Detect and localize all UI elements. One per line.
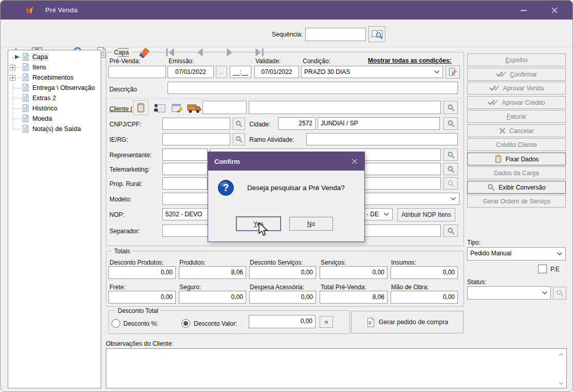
- mostrar-condicoes-link[interactable]: Mostrar todas as condições:: [368, 57, 452, 64]
- confirmar-button[interactable]: Confirmar: [467, 68, 566, 81]
- aprovar-venda-label: Aprovar Venda: [503, 85, 544, 92]
- tree-expander[interactable]: +: [10, 75, 15, 81]
- atribuir-nop-itens-button[interactable]: Atribuir NOP Itens: [397, 208, 455, 221]
- tree-item-label: Capa: [32, 53, 48, 61]
- descricao-input[interactable]: [168, 82, 458, 94]
- separador-search-button[interactable]: [443, 225, 458, 237]
- dialog-title-bar: Confirm: [208, 152, 364, 171]
- representante-search-button[interactable]: [443, 148, 458, 161]
- gerar-ordem-servico-label: Gerar Ordem de Serviço: [483, 198, 550, 205]
- servicos-input[interactable]: 0,00: [320, 266, 387, 279]
- properties-icon[interactable]: [171, 103, 184, 114]
- pre-venda-input[interactable]: [108, 66, 166, 78]
- representante-code-input[interactable]: [162, 148, 208, 161]
- emissao-time-input[interactable]: __:__: [230, 66, 251, 78]
- espelho-button[interactable]: Espelho: [467, 53, 566, 66]
- minimize-button[interactable]: [512, 1, 535, 20]
- cliente-label[interactable]: Cliente (: [109, 105, 133, 113]
- emissao-input[interactable]: 07/01/2022: [168, 66, 214, 78]
- cliente-name-input[interactable]: [249, 101, 441, 114]
- desconto-percent-radio[interactable]: [112, 319, 120, 328]
- ie-rg-input[interactable]: [162, 133, 230, 145]
- emissao-more-button[interactable]: ...: [216, 66, 227, 78]
- status-select[interactable]: [467, 286, 551, 300]
- desconto-percent-label: Desconto %:: [123, 320, 158, 327]
- tree-item-recebimentos[interactable]: + Recebimentos: [8, 73, 101, 82]
- edit-condicoes-button[interactable]: [446, 65, 460, 79]
- tree-item-itens[interactable]: + Itens: [8, 63, 101, 72]
- exibir-conversao-button[interactable]: Exibir Conversão: [467, 181, 566, 194]
- dialog-close-icon[interactable]: [351, 158, 358, 165]
- desconto-produtos-input[interactable]: 0,00: [108, 266, 176, 279]
- dados-da-carga-button[interactable]: Dados da Carga: [467, 166, 566, 179]
- cnpj-cpf-label: CNPJ/CPF:: [109, 121, 141, 128]
- tree-item-label: Itens: [32, 64, 46, 71]
- scroll-down-icon[interactable]: [558, 381, 564, 386]
- desconto-valor-input[interactable]: 0,00: [249, 315, 316, 328]
- seguro-input[interactable]: 0,00: [179, 291, 246, 304]
- telemarketing-code-input[interactable]: [162, 163, 208, 175]
- mao-de-obra-input[interactable]: 0,00: [391, 291, 458, 304]
- pe-checkbox-label: P.E: [550, 266, 560, 273]
- insumos-input[interactable]: 0,00: [391, 266, 458, 279]
- tree-item-notas-de-saida[interactable]: Nota(s) de Saída: [8, 124, 101, 134]
- credito-cliente-button[interactable]: Crédito Cliente: [467, 138, 566, 151]
- prop-rural-search-button[interactable]: [443, 177, 458, 190]
- status-search-button[interactable]: [553, 287, 566, 300]
- chevron-down-icon: [557, 252, 563, 256]
- telemarketing-search-button[interactable]: [443, 163, 458, 175]
- tree-expander[interactable]: +: [10, 65, 15, 70]
- truck-icon[interactable]: [187, 102, 202, 115]
- cliente-clipboard-button[interactable]: [133, 100, 149, 115]
- cidade-search-button[interactable]: [443, 117, 458, 130]
- cancelar-button[interactable]: Cancelar: [467, 124, 566, 137]
- customer-card-icon[interactable]: [153, 103, 167, 114]
- equals-button[interactable]: =: [320, 316, 333, 328]
- double-check-icon: [489, 85, 500, 91]
- aprovar-credito-button[interactable]: Aprovar Crédito: [467, 96, 566, 109]
- observacoes-textarea[interactable]: [106, 348, 567, 388]
- despesa-acessoria-input[interactable]: 0,00: [249, 291, 316, 304]
- tree-item-capa[interactable]: Capa: [8, 52, 101, 62]
- total-pre-venda-label: Total Pré-Venda:: [321, 284, 366, 291]
- pe-checkbox[interactable]: [538, 265, 547, 273]
- tipo-select[interactable]: Pedido Manual: [467, 247, 566, 260]
- cnpj-cpf-input[interactable]: [162, 118, 230, 130]
- prop-rural-code-input[interactable]: [162, 177, 208, 190]
- tree-item-label: Histórico: [32, 105, 58, 112]
- fixar-dados-button[interactable]: Fixar Dados: [467, 153, 566, 165]
- tree-item-historico[interactable]: Histórico: [8, 104, 101, 113]
- total-pre-venda-input[interactable]: 8,06: [320, 291, 387, 304]
- magnifier-icon: [487, 183, 495, 191]
- gerar-ordem-servico-button[interactable]: Gerar Ordem de Serviço: [467, 195, 566, 208]
- faturar-button[interactable]: Faturar: [467, 110, 566, 123]
- cidade-name-input[interactable]: JUNDIAI / SP: [318, 117, 440, 130]
- clipboard-icon: [136, 103, 145, 113]
- ie-search-button[interactable]: [233, 133, 245, 145]
- cnpj-search-button[interactable]: [233, 118, 245, 130]
- validade-input[interactable]: 07/01/2022: [254, 66, 299, 78]
- frete-input[interactable]: 0,00: [108, 291, 176, 304]
- sequence-search-button[interactable]: [368, 26, 385, 42]
- tree-item-extras-2[interactable]: Extras 2: [8, 94, 101, 103]
- ramo-atividade-input[interactable]: [306, 133, 458, 145]
- cliente-code-input[interactable]: [202, 101, 247, 114]
- aprovar-venda-button[interactable]: Aprovar Venda: [467, 82, 566, 95]
- gerar-pedido-compra-button[interactable]: Gerar pedido de compra: [351, 311, 464, 333]
- desconto-servicos-input[interactable]: 0,00: [249, 266, 316, 279]
- condicao-select[interactable]: PRAZO 30 DIAS: [301, 66, 443, 78]
- cidade-code-input[interactable]: 2572: [278, 117, 316, 130]
- tree-item-entrega-observacao[interactable]: Entrega \ Observação: [8, 83, 101, 92]
- page-icon: [22, 124, 29, 133]
- sequence-input[interactable]: [305, 28, 366, 41]
- confirm-dialog: Confirm Deseja pesquisar a Pré Venda? Ye…: [208, 152, 365, 242]
- produtos-input[interactable]: 8,06: [179, 266, 246, 279]
- scroll-up-icon[interactable]: [558, 352, 564, 357]
- cliente-search-button[interactable]: [443, 101, 458, 114]
- close-button[interactable]: [543, 1, 566, 20]
- dialog-no-button[interactable]: No: [289, 217, 333, 231]
- desconto-valor-radio[interactable]: [181, 319, 190, 328]
- tree-item-moeda[interactable]: Moeda: [8, 114, 101, 123]
- ramo-atividade-label: Ramo Atividade:: [249, 136, 294, 143]
- modelo-label: Modelo:: [109, 196, 132, 203]
